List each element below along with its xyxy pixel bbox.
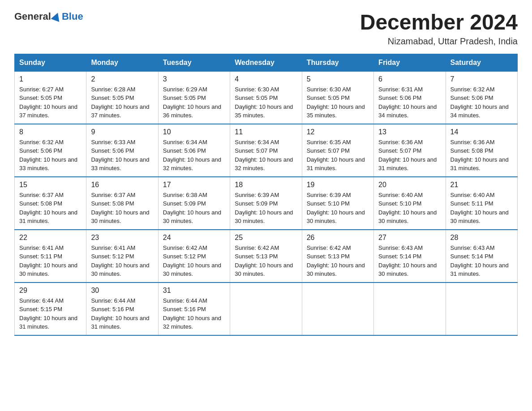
calendar-cell: 10Sunrise: 6:34 AMSunset: 5:06 PMDayligh… — [158, 124, 230, 177]
header-saturday: Saturday — [446, 54, 517, 71]
calendar-cell: 12Sunrise: 6:35 AMSunset: 5:07 PMDayligh… — [302, 124, 373, 177]
day-number: 5 — [307, 75, 369, 83]
calendar-table: SundayMondayTuesdayWednesdayThursdayFrid… — [14, 54, 518, 336]
day-number: 12 — [307, 128, 369, 136]
day-info: Sunrise: 6:34 AMSunset: 5:06 PMDaylight:… — [163, 138, 225, 173]
calendar-cell: 6Sunrise: 6:31 AMSunset: 5:06 PMDaylight… — [374, 71, 446, 124]
page-header: General Blue December 2024 Nizamabad, Ut… — [14, 11, 518, 47]
day-info: Sunrise: 6:42 AMSunset: 5:12 PMDaylight:… — [163, 244, 225, 278]
day-number: 4 — [235, 75, 297, 83]
calendar-cell — [302, 283, 373, 335]
calendar-week-row: 29Sunrise: 6:44 AMSunset: 5:15 PMDayligh… — [15, 283, 518, 335]
day-number: 26 — [307, 234, 369, 242]
day-info: Sunrise: 6:38 AMSunset: 5:09 PMDaylight:… — [163, 191, 225, 226]
day-info: Sunrise: 6:35 AMSunset: 5:07 PMDaylight:… — [307, 138, 369, 173]
calendar-cell: 9Sunrise: 6:33 AMSunset: 5:06 PMDaylight… — [86, 124, 158, 177]
calendar-cell: 17Sunrise: 6:38 AMSunset: 5:09 PMDayligh… — [158, 177, 230, 230]
day-number: 25 — [235, 234, 297, 242]
day-number: 11 — [235, 128, 297, 136]
logo: General Blue — [14, 11, 83, 22]
calendar-cell: 13Sunrise: 6:36 AMSunset: 5:07 PMDayligh… — [374, 124, 446, 177]
calendar-cell: 24Sunrise: 6:42 AMSunset: 5:12 PMDayligh… — [158, 230, 230, 283]
calendar-cell: 23Sunrise: 6:41 AMSunset: 5:12 PMDayligh… — [86, 230, 158, 283]
calendar-cell: 5Sunrise: 6:30 AMSunset: 5:05 PMDaylight… — [302, 71, 373, 124]
day-info: Sunrise: 6:37 AMSunset: 5:08 PMDaylight:… — [19, 191, 82, 226]
day-number: 10 — [163, 128, 225, 136]
day-info: Sunrise: 6:43 AMSunset: 5:14 PMDaylight:… — [450, 244, 513, 278]
day-info: Sunrise: 6:29 AMSunset: 5:05 PMDaylight:… — [163, 85, 225, 120]
logo-triangle-icon — [51, 11, 62, 22]
calendar-header-row: SundayMondayTuesdayWednesdayThursdayFrid… — [15, 54, 518, 71]
calendar-cell: 7Sunrise: 6:32 AMSunset: 5:06 PMDaylight… — [446, 71, 517, 124]
calendar-cell: 21Sunrise: 6:40 AMSunset: 5:11 PMDayligh… — [446, 177, 517, 230]
day-number: 9 — [91, 128, 153, 136]
day-number: 22 — [19, 234, 82, 242]
day-number: 23 — [91, 234, 153, 242]
day-number: 19 — [307, 181, 369, 189]
day-number: 18 — [235, 181, 297, 189]
calendar-cell: 22Sunrise: 6:41 AMSunset: 5:11 PMDayligh… — [15, 230, 86, 283]
day-number: 30 — [91, 287, 153, 295]
calendar-cell: 14Sunrise: 6:36 AMSunset: 5:08 PMDayligh… — [446, 124, 517, 177]
calendar-cell — [374, 283, 446, 335]
calendar-cell: 4Sunrise: 6:30 AMSunset: 5:05 PMDaylight… — [230, 71, 302, 124]
day-number: 8 — [19, 128, 82, 136]
day-number: 2 — [91, 75, 153, 83]
header-friday: Friday — [374, 54, 446, 71]
calendar-week-row: 22Sunrise: 6:41 AMSunset: 5:11 PMDayligh… — [15, 230, 518, 283]
day-number: 31 — [163, 287, 225, 295]
header-sunday: Sunday — [15, 54, 86, 71]
day-number: 20 — [378, 181, 441, 189]
day-info: Sunrise: 6:39 AMSunset: 5:09 PMDaylight:… — [235, 191, 297, 226]
calendar-cell: 25Sunrise: 6:42 AMSunset: 5:13 PMDayligh… — [230, 230, 302, 283]
calendar-cell: 11Sunrise: 6:34 AMSunset: 5:07 PMDayligh… — [230, 124, 302, 177]
calendar-cell: 28Sunrise: 6:43 AMSunset: 5:14 PMDayligh… — [446, 230, 517, 283]
calendar-cell — [446, 283, 517, 335]
calendar-cell: 1Sunrise: 6:27 AMSunset: 5:05 PMDaylight… — [15, 71, 86, 124]
day-info: Sunrise: 6:44 AMSunset: 5:15 PMDaylight:… — [19, 296, 82, 331]
day-number: 27 — [378, 234, 441, 242]
day-info: Sunrise: 6:40 AMSunset: 5:10 PMDaylight:… — [378, 191, 441, 226]
day-number: 24 — [163, 234, 225, 242]
calendar-cell: 2Sunrise: 6:28 AMSunset: 5:05 PMDaylight… — [86, 71, 158, 124]
calendar-cell: 8Sunrise: 6:32 AMSunset: 5:06 PMDaylight… — [15, 124, 86, 177]
header-wednesday: Wednesday — [230, 54, 302, 71]
day-info: Sunrise: 6:41 AMSunset: 5:11 PMDaylight:… — [19, 244, 82, 278]
day-info: Sunrise: 6:34 AMSunset: 5:07 PMDaylight:… — [235, 138, 297, 173]
day-info: Sunrise: 6:44 AMSunset: 5:16 PMDaylight:… — [163, 296, 225, 331]
header-thursday: Thursday — [302, 54, 373, 71]
calendar-cell: 16Sunrise: 6:37 AMSunset: 5:08 PMDayligh… — [86, 177, 158, 230]
calendar-cell: 3Sunrise: 6:29 AMSunset: 5:05 PMDaylight… — [158, 71, 230, 124]
calendar-subtitle: Nizamabad, Uttar Pradesh, India — [360, 36, 518, 47]
day-info: Sunrise: 6:32 AMSunset: 5:06 PMDaylight:… — [450, 85, 513, 120]
day-number: 21 — [450, 181, 513, 189]
day-info: Sunrise: 6:42 AMSunset: 5:13 PMDaylight:… — [235, 244, 297, 278]
calendar-cell: 31Sunrise: 6:44 AMSunset: 5:16 PMDayligh… — [158, 283, 230, 335]
day-info: Sunrise: 6:27 AMSunset: 5:05 PMDaylight:… — [19, 85, 82, 120]
calendar-cell: 19Sunrise: 6:39 AMSunset: 5:10 PMDayligh… — [302, 177, 373, 230]
day-number: 6 — [378, 75, 441, 83]
day-info: Sunrise: 6:37 AMSunset: 5:08 PMDaylight:… — [91, 191, 153, 226]
title-block: December 2024 Nizamabad, Uttar Pradesh, … — [360, 11, 518, 47]
calendar-cell: 18Sunrise: 6:39 AMSunset: 5:09 PMDayligh… — [230, 177, 302, 230]
calendar-week-row: 1Sunrise: 6:27 AMSunset: 5:05 PMDaylight… — [15, 71, 518, 124]
calendar-week-row: 15Sunrise: 6:37 AMSunset: 5:08 PMDayligh… — [15, 177, 518, 230]
day-info: Sunrise: 6:31 AMSunset: 5:06 PMDaylight:… — [378, 85, 441, 120]
logo-general-text: General — [14, 11, 51, 22]
day-info: Sunrise: 6:44 AMSunset: 5:16 PMDaylight:… — [91, 296, 153, 331]
calendar-cell: 30Sunrise: 6:44 AMSunset: 5:16 PMDayligh… — [86, 283, 158, 335]
day-number: 15 — [19, 181, 82, 189]
day-number: 14 — [450, 128, 513, 136]
day-info: Sunrise: 6:39 AMSunset: 5:10 PMDaylight:… — [307, 191, 369, 226]
calendar-cell: 15Sunrise: 6:37 AMSunset: 5:08 PMDayligh… — [15, 177, 86, 230]
day-number: 29 — [19, 287, 82, 295]
day-info: Sunrise: 6:42 AMSunset: 5:13 PMDaylight:… — [307, 244, 369, 278]
day-info: Sunrise: 6:30 AMSunset: 5:05 PMDaylight:… — [307, 85, 369, 120]
day-number: 1 — [19, 75, 82, 83]
header-monday: Monday — [86, 54, 158, 71]
calendar-cell: 26Sunrise: 6:42 AMSunset: 5:13 PMDayligh… — [302, 230, 373, 283]
day-number: 17 — [163, 181, 225, 189]
day-info: Sunrise: 6:43 AMSunset: 5:14 PMDaylight:… — [378, 244, 441, 278]
day-info: Sunrise: 6:41 AMSunset: 5:12 PMDaylight:… — [91, 244, 153, 278]
header-tuesday: Tuesday — [158, 54, 230, 71]
